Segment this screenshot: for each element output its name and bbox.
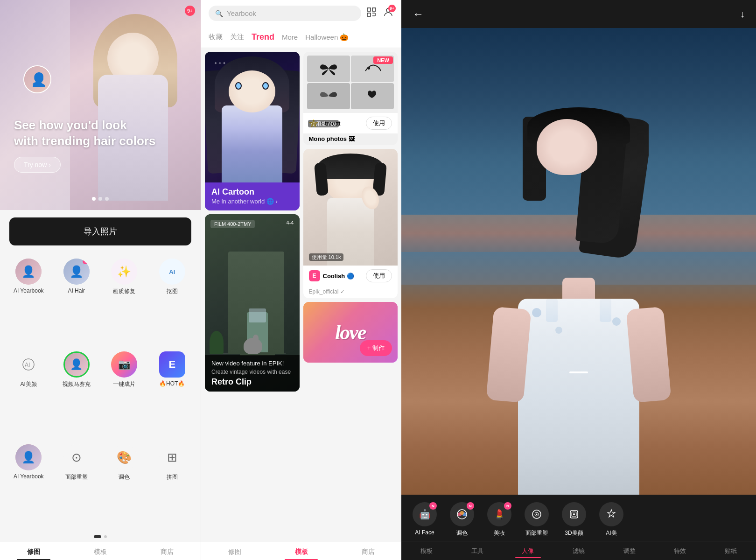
download-button[interactable]: ↓ bbox=[740, 9, 745, 20]
panel3: ← ↓ bbox=[401, 0, 756, 560]
profile-button[interactable]: 9+ bbox=[383, 7, 394, 20]
retro-label: New video feature in EPIK! Create vintag… bbox=[205, 355, 300, 392]
import-photo-button[interactable]: 导入照片 bbox=[9, 217, 191, 245]
p3-tab-effects[interactable]: 特效 bbox=[655, 543, 706, 558]
tool-ai-beauty-p3[interactable]: AI美 bbox=[597, 502, 625, 537]
p3-tab-adjust[interactable]: 调整 bbox=[604, 543, 655, 558]
scan-button[interactable] bbox=[366, 7, 377, 20]
mono-use-button[interactable]: 使用 bbox=[366, 117, 392, 130]
video-mosaic-label: 视频马赛克 bbox=[63, 380, 91, 388]
tool-ai-yearbook2[interactable]: 👤 AI Yearbook bbox=[5, 439, 53, 532]
page-dot-2 bbox=[104, 535, 107, 538]
tool-face-reshape-p3[interactable]: 面部重塑 bbox=[523, 502, 551, 537]
coolish-author: Epik_official ✓ bbox=[303, 286, 398, 298]
card-mono-photos[interactable]: NEW bbox=[303, 52, 398, 145]
tab-edit[interactable]: 修图 bbox=[0, 542, 67, 560]
video-mosaic-icon: 👤 bbox=[63, 351, 90, 378]
tool-ai-face[interactable]: 🤖 N AI Face bbox=[411, 502, 439, 537]
profile-notification: 9+ bbox=[388, 5, 396, 12]
coolish-image: Pro After bbox=[303, 149, 398, 266]
color-adjust-icon: 🎨 bbox=[111, 444, 137, 470]
tool-makeup[interactable]: 💄 N 美妆 bbox=[485, 502, 513, 537]
cutout-icon: AI bbox=[159, 259, 185, 285]
tool-3d-beauty[interactable]: 3D美颜 bbox=[560, 502, 588, 537]
svg-point-16 bbox=[536, 514, 538, 515]
card-ai-cartoon[interactable]: ✦ ✦ ✦ ✦ ✦ bbox=[205, 52, 300, 210]
search-input-wrapper[interactable]: 🔍 Yearbook bbox=[209, 6, 361, 21]
ai-cartoon-label: AI Cartoon Me in another world 🌐 › bbox=[205, 182, 300, 210]
hot-label: 🔥HOT🔥 bbox=[159, 380, 185, 387]
tools-grid: 👤 AI Yearbook 👤 N AI Hair ✨ 画质修复 AI 抠图 A… bbox=[0, 253, 201, 532]
tool-cutout[interactable]: AI 抠图 bbox=[148, 253, 196, 346]
coolish-author-info: E Coolish 🔵 bbox=[309, 270, 354, 281]
panel2: 🔍 Yearbook 9+ 收藏 关注 Trend More Halloween… bbox=[201, 0, 401, 560]
mono-cell-1 bbox=[307, 56, 350, 82]
dot-2 bbox=[98, 197, 102, 201]
p3-tab-stickers[interactable]: 贴纸 bbox=[705, 543, 756, 558]
tool-ai-beauty[interactable]: AI AI美颜 bbox=[5, 346, 53, 439]
back-button[interactable]: ← bbox=[413, 7, 424, 21]
coolish-use-button[interactable]: 使用 bbox=[366, 269, 392, 282]
p3-tab-template[interactable]: 模板 bbox=[401, 543, 452, 558]
hero-heading: See how you'd look with trending hair co… bbox=[14, 118, 155, 149]
tool-one-click[interactable]: 📷 一键成片 bbox=[100, 346, 148, 439]
3d-beauty-label: 3D美颜 bbox=[565, 529, 583, 537]
card-retro-clip[interactable]: FILM 400-2TMY 4-4 New video feature i bbox=[205, 214, 300, 392]
tool-color-adjust[interactable]: 🎨 调色 bbox=[100, 439, 148, 532]
cat-favorites[interactable]: 收藏 bbox=[209, 31, 223, 43]
card-love[interactable]: love + 制作 bbox=[303, 302, 398, 363]
epik-logo: E bbox=[309, 270, 320, 281]
tool-color-tune[interactable]: N 调色 bbox=[448, 502, 476, 537]
tool-hot[interactable]: E 🔥HOT🔥 bbox=[148, 346, 196, 439]
makeup-label: 美妆 bbox=[494, 529, 505, 537]
tool-face-reshape[interactable]: ⊙ 面部重塑 bbox=[53, 439, 101, 532]
ai-face-label: AI Face bbox=[415, 529, 434, 536]
hero-section: 9+ 👤 See how you'd look with trending ha… bbox=[0, 0, 201, 210]
tool-ai-hair[interactable]: 👤 N AI Hair bbox=[53, 253, 101, 346]
hair-strands-decoration bbox=[70, 0, 201, 210]
tab-template[interactable]: 模板 bbox=[67, 542, 133, 560]
p2-tab-shop[interactable]: 商店 bbox=[335, 542, 401, 560]
p3-tab-filter[interactable]: 滤镜 bbox=[553, 543, 604, 558]
left-column: ✦ ✦ ✦ ✦ ✦ bbox=[205, 52, 300, 538]
ai-cartoon-title: AI Cartoon bbox=[211, 187, 293, 197]
ai-face-icon: 🤖 N bbox=[413, 502, 437, 526]
cat-more[interactable]: More bbox=[282, 31, 298, 43]
tool-quality-repair[interactable]: ✨ 画质修复 bbox=[100, 253, 148, 346]
try-now-button[interactable]: Try now › bbox=[14, 157, 61, 173]
coolish-info: E Coolish 🔵 使用 bbox=[303, 266, 398, 286]
card-coolish[interactable]: Pro After bbox=[303, 149, 398, 298]
search-actions: 9+ bbox=[366, 7, 394, 20]
tool-video-mosaic[interactable]: 👤 视频马赛克 bbox=[53, 346, 101, 439]
swipe-indicator bbox=[569, 371, 588, 373]
p3-tab-portrait[interactable]: 人像 bbox=[503, 543, 553, 558]
tool-collage[interactable]: ⊞ 拼图 bbox=[148, 439, 196, 532]
panel3-header: ← ↓ bbox=[401, 0, 756, 28]
hot-icon: E bbox=[159, 351, 185, 378]
new-tag: NEW bbox=[373, 56, 393, 64]
tab-shop[interactable]: 商店 bbox=[134, 542, 201, 560]
svg-point-9 bbox=[367, 67, 370, 70]
ai-yearbook-label: AI Yearbook bbox=[14, 287, 44, 294]
cat-halloween[interactable]: Halloween 🎃 bbox=[305, 31, 349, 43]
face-reshape-p3-icon bbox=[525, 502, 549, 526]
tool-ai-yearbook[interactable]: 👤 AI Yearbook bbox=[5, 253, 53, 346]
color-adjust-label: 调色 bbox=[119, 473, 130, 481]
cat-following[interactable]: 关注 bbox=[230, 31, 244, 43]
cat-trend[interactable]: Trend bbox=[252, 30, 274, 44]
photo-area bbox=[401, 28, 756, 495]
dot-3 bbox=[105, 197, 109, 201]
ai-beauty-p3-icon bbox=[599, 502, 623, 526]
mono-cell-4 bbox=[351, 83, 394, 110]
p3-tab-tools[interactable]: 工具 bbox=[452, 543, 503, 558]
color-tune-label: 调色 bbox=[456, 529, 468, 537]
search-input[interactable]: Yearbook bbox=[227, 9, 256, 17]
p2-tab-template[interactable]: 模板 bbox=[268, 542, 335, 560]
search-bar: 🔍 Yearbook 9+ bbox=[201, 0, 401, 27]
hero-text: See how you'd look with trending hair co… bbox=[14, 118, 155, 173]
svg-point-19 bbox=[573, 513, 575, 515]
retro-title: Retro Clip bbox=[211, 377, 293, 387]
p2-tab-edit[interactable]: 修图 bbox=[201, 542, 268, 560]
ai-beauty-icon: AI bbox=[15, 351, 42, 378]
small-avatar[interactable]: 👤 bbox=[23, 65, 51, 93]
